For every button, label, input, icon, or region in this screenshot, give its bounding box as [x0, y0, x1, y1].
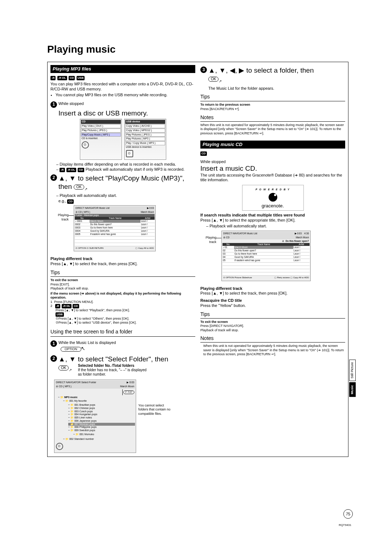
cd-menu-figure: CD Play Video ( DivX ) Play Pictures ( J…: [80, 119, 122, 160]
disc-icon: [82, 141, 89, 149]
tree-step-1-icon: 1: [50, 340, 57, 347]
step-3-icon: 3: [200, 66, 207, 73]
gracenote-label: gracenote.: [244, 203, 302, 209]
step-2-icon: 2: [50, 174, 57, 181]
pdt-text: Press [▲, ▼] to select the track, then p…: [50, 262, 195, 267]
ok-button-icon: OK: [208, 77, 219, 82]
powered-by-label: P O W E R E D B Y: [244, 188, 302, 191]
playing-track-label: Playing track: [53, 213, 69, 222]
tree-step-1-text: While the Music List is displayed: [58, 340, 116, 345]
tab-music[interactable]: Music: [349, 382, 356, 397]
return-heading: To return to the previous screen: [200, 103, 345, 107]
cd-menu-title: CD: [81, 120, 121, 124]
mp3-intro-bullet: You cannot play MP3 files on the USB mem…: [56, 93, 195, 98]
tree-annotation: You cannot select folders that contain n…: [138, 404, 175, 454]
tree-step-2-text: ▲, ▼ to select "Select Folder", then: [58, 355, 168, 363]
cd-while-stopped: While stopped: [200, 159, 345, 165]
tree-step-2-icon: 2: [50, 355, 57, 362]
tip-exit-1: Press [EXIT].: [50, 283, 195, 287]
cd-exit-heading: To exit the screen: [200, 320, 345, 324]
folder-badge: F 7/27: [123, 390, 134, 394]
mp3-intro: You can play MP3 files recorded with a c…: [50, 82, 195, 92]
cd-pdt-heading: Playing different track: [200, 286, 345, 291]
cd-menu-item-selected: Play/Copy Music ( MP3 ): [81, 133, 121, 137]
usb-menu-item: Copy Video ( AVCHD ): [125, 124, 165, 128]
nav-folder-row: Folder : Mexican pops: [75, 214, 155, 217]
tip-exit-2: Playback of track will stop.: [50, 287, 195, 291]
usb-menu-figure: USB device Copy Video ( AVCHD ) Copy Vid…: [124, 119, 166, 160]
cd-menu-item: Play Video ( DivX ): [81, 124, 121, 128]
step-1-icon: 1: [50, 101, 57, 108]
step1-note-2: -R -R DL CD Playback will automatically …: [56, 167, 195, 172]
left-column: Playing MP3 files -R -R DL CD USB You ca…: [50, 65, 195, 454]
multi-heading: If search results indicate that multiple…: [200, 213, 345, 218]
cd-insert: Insert a music CD.: [200, 165, 345, 173]
tag-r: -R: [50, 76, 56, 80]
tag-cd: CD: [69, 76, 75, 80]
tips-heading: Tips: [50, 270, 195, 276]
page-title: Playing music: [47, 44, 348, 55]
tip-menu-2-text: Press [▲, ▼] to select "Playback", then …: [56, 308, 195, 312]
ok-button-icon: OK: [74, 185, 84, 190]
step1-note-1: Display items differ depending on what i…: [56, 162, 195, 167]
return-icon: ↩: [235, 107, 238, 112]
cd-gracenote-text: The unit starts accessing the Gracenote®…: [200, 173, 345, 183]
step-1-label: While stopped: [58, 101, 84, 106]
usb-menu-item: Copy Video ( MPEG2 ): [125, 129, 165, 133]
page-number: 75: [343, 509, 353, 519]
usb-menu-status: USB device is inserted.: [125, 146, 165, 149]
sel-folder-heading: Selected folder No. /Total folders: [78, 364, 134, 368]
cd-notes-text: When this unit is not operated for appro…: [200, 344, 345, 356]
eg-label: e.g.,: [58, 199, 66, 203]
cd-exit-2: Playback of track will stop.: [200, 328, 345, 332]
option-button-icon: OPTION: [61, 347, 81, 352]
tree-figure: DIRECT NAVIGATOR Select Folder▶ 0:03 ⊘ C…: [54, 380, 136, 453]
notes-heading-r1: Notes: [200, 114, 345, 121]
gracenote-box: P O W E R E D B Y gracenote.: [242, 185, 304, 211]
tag-rdl: -R DL: [66, 168, 76, 172]
multi-text: Press [▲, ▼] to select the appropriate t…: [200, 218, 345, 223]
multi-dash: Playback will automatically start.: [206, 224, 345, 229]
step2-dash: Playback will automatically start.: [56, 193, 195, 198]
usb-menu-title: USB device: [125, 120, 165, 124]
tip-menu-1: Press [FUNCTION MENU].: [54, 300, 94, 304]
tag-rdl: -R DL: [57, 76, 67, 80]
cd-notes-heading: Notes: [200, 335, 345, 342]
sel-folder-text: If the folder has no track, "– –" is dis…: [78, 368, 147, 376]
tab-still-picture[interactable]: Still Picture: [349, 360, 356, 381]
gracenote-logo-icon: [269, 193, 277, 202]
cd-menu-status: CD is inserted.: [81, 137, 121, 140]
cd-menu-item: Play Pictures ( JPEG ): [81, 129, 121, 133]
notes-text-r1: When this unit is not operated for appro…: [200, 123, 345, 135]
tip-menu-heading: If the menu screen (➔ above) is not disp…: [50, 292, 195, 300]
usb-menu-item: Play / Copy Music ( MP3 ): [125, 141, 165, 145]
tip-usb-1: ①Press [▲, ▼] to select "Others", then p…: [56, 317, 195, 321]
usb-menu-item: Play Pictures ( MP3 ): [125, 137, 165, 141]
cd-navigator-figure: DIRECT NAVIGATOR Music List▶ 0:03 4:30 ⊘…: [221, 231, 311, 281]
content-frame: Playing MP3 files -R -R DL CD USB You ca…: [47, 62, 348, 457]
nav-hdr: DIRECT NAVIGATOR Music List: [75, 207, 110, 210]
tip-exit-heading: To exit the screen: [50, 278, 195, 282]
tip-usb-2: ②Press [▲, ▼] to select "USB device", th…: [56, 321, 195, 325]
mp3-navigator-figure: DIRECT NAVIGATOR Music List▶ 0:03 ⊘ CD (…: [74, 205, 156, 251]
tag-cd-only: CD: [200, 151, 207, 156]
tag-r: -R: [60, 168, 65, 172]
step3-after: The Music List for the folder appears.: [208, 86, 345, 91]
media-tags-mp3: -R -R DL CD USB: [50, 75, 195, 80]
cd-tips-heading: Tips: [200, 311, 345, 318]
cd-exit-1: Press [DIRECT NAVIGATOR].: [200, 324, 345, 328]
doc-code: RQT9431: [339, 523, 351, 527]
step-3-text: ▲, ▼, ◀, ▶ to select a folder, then: [208, 66, 314, 74]
cd-pdt-text: Press [▲, ▼] to select the track, then p…: [200, 291, 345, 296]
tag-cd: CD: [78, 168, 84, 172]
usb-menu-item: Play Pictures ( JPEG ): [125, 133, 165, 137]
step1-note-2-text: Playback will automatically start if onl…: [86, 167, 185, 171]
tips-heading-r1: Tips: [200, 94, 345, 100]
disc-icon: [56, 443, 63, 450]
ok-button-icon: OK: [58, 365, 69, 370]
step-1-big: Insert a disc or USB memory.: [58, 109, 195, 118]
right-column: 3 ▲, ▼, ◀, ▶ to select a folder, then OK…: [200, 65, 345, 454]
tag-usb: USB: [77, 76, 85, 80]
usb-disc-icon: [126, 150, 133, 157]
tree-subsection: Using the tree screen to find a folder: [50, 329, 195, 335]
